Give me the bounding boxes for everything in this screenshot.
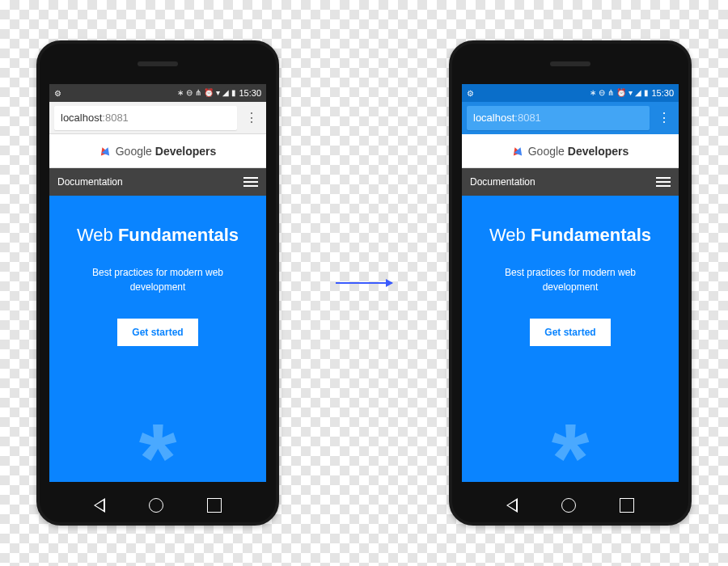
signal-icon: ◢ xyxy=(222,89,229,97)
hero-title-bold: Fundamentals xyxy=(531,225,651,245)
hamburger-icon[interactable] xyxy=(243,175,258,189)
browser-toolbar-themed: localhost:8081 ⋮ xyxy=(462,102,679,134)
back-button[interactable] xyxy=(94,498,105,513)
android-nav-bar xyxy=(40,498,276,513)
hero-title: Web Fundamentals xyxy=(77,225,239,246)
hero: Web Fundamentals Best practices for mode… xyxy=(462,196,679,482)
doc-section-header: Documentation xyxy=(49,168,266,196)
hero-title: Web Fundamentals xyxy=(489,225,651,246)
site-header: Google Developers xyxy=(49,134,266,168)
dnd-icon: ⊖ xyxy=(599,89,605,97)
android-nav-bar xyxy=(452,498,688,513)
browser-menu-button[interactable]: ⋮ xyxy=(654,112,674,125)
clock: 15:30 xyxy=(239,89,261,98)
status-bar: ⚙ ∗ ⊖ ⋔ ⏰ ▾ ◢ ▮ 15:30 xyxy=(49,84,266,102)
wifi-icon: ▾ xyxy=(629,89,633,97)
screen: ⚙ ∗ ⊖ ⋔ ⏰ ▾ ◢ ▮ 15:30 localhost:8081 ⋮ G… xyxy=(49,84,266,482)
phone-speaker xyxy=(138,61,178,66)
doc-section-header: Documentation xyxy=(462,168,679,196)
debug-icon: ⚙ xyxy=(54,89,61,98)
recents-button[interactable] xyxy=(207,498,222,513)
debug-icon: ⚙ xyxy=(467,89,474,98)
alarm-icon: ⏰ xyxy=(204,89,214,97)
url-port: :8081 xyxy=(102,112,129,124)
transition-arrow-icon xyxy=(328,282,400,284)
hero-title-light: Web xyxy=(489,225,531,245)
site-header: Google Developers xyxy=(462,134,679,168)
home-button[interactable] xyxy=(561,498,576,513)
get-started-button[interactable]: Get started xyxy=(117,319,197,346)
hero: Web Fundamentals Best practices for mode… xyxy=(49,196,266,482)
battery-icon: ▮ xyxy=(231,89,236,97)
signal-icon: ◢ xyxy=(635,89,641,97)
address-bar[interactable]: localhost:8081 xyxy=(54,106,237,130)
home-button[interactable] xyxy=(149,498,163,513)
phone-after: ⚙ ∗ ⊖ ⋔ ⏰ ▾ ◢ ▮ 15:30 localhost:8081 ⋮ G… xyxy=(449,40,692,526)
hero-title-light: Web xyxy=(77,225,118,245)
brand-text-light: Google xyxy=(116,145,152,158)
bluetooth-icon: ∗ xyxy=(177,89,184,97)
address-bar[interactable]: localhost:8081 xyxy=(467,106,650,130)
google-angle-icon xyxy=(99,147,111,154)
hamburger-icon[interactable] xyxy=(656,175,671,189)
url-port: :8081 xyxy=(514,112,541,124)
url-host: localhost xyxy=(473,112,514,124)
phone-speaker xyxy=(550,61,590,66)
doc-title: Documentation xyxy=(57,176,123,188)
bluetooth-icon: ∗ xyxy=(590,89,596,97)
battery-icon: ▮ xyxy=(644,89,649,97)
screen: ⚙ ∗ ⊖ ⋔ ⏰ ▾ ◢ ▮ 15:30 localhost:8081 ⋮ G… xyxy=(462,84,679,482)
dnd-icon: ⊖ xyxy=(186,89,193,97)
hero-subtitle: Best practices for modern web developmen… xyxy=(77,265,239,294)
recents-button[interactable] xyxy=(620,498,634,513)
wifi-icon: ▾ xyxy=(216,89,220,97)
hero-decoration-icon: * xyxy=(552,409,590,482)
status-bar-themed: ⚙ ∗ ⊖ ⋔ ⏰ ▾ ◢ ▮ 15:30 xyxy=(462,84,679,102)
get-started-button[interactable]: Get started xyxy=(530,319,610,346)
brand-text-bold: Developers xyxy=(155,145,216,158)
vibrate-icon: ⋔ xyxy=(195,89,201,97)
clock: 15:30 xyxy=(651,89,674,98)
doc-title: Documentation xyxy=(470,176,535,188)
browser-toolbar: localhost:8081 ⋮ xyxy=(49,102,266,134)
phone-before: ⚙ ∗ ⊖ ⋔ ⏰ ▾ ◢ ▮ 15:30 localhost:8081 ⋮ G… xyxy=(36,40,279,526)
hero-decoration-icon: * xyxy=(139,409,177,482)
alarm-icon: ⏰ xyxy=(616,89,626,97)
vibrate-icon: ⋔ xyxy=(607,89,614,97)
brand-text-bold: Developers xyxy=(568,145,629,158)
hero-subtitle: Best practices for modern web developmen… xyxy=(489,265,651,294)
browser-menu-button[interactable]: ⋮ xyxy=(242,112,261,125)
brand-text-light: Google xyxy=(528,145,565,158)
google-angle-icon xyxy=(512,147,523,154)
url-host: localhost xyxy=(61,112,102,124)
hero-title-bold: Fundamentals xyxy=(118,225,239,245)
back-button[interactable] xyxy=(506,498,518,513)
